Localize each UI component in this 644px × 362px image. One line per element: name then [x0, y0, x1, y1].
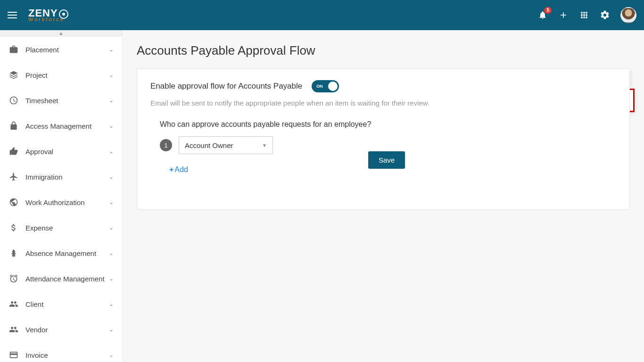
card-icon: [8, 350, 19, 360]
sidebar-item-placement[interactable]: Placement⌄: [0, 37, 122, 62]
chevron-down-icon: ⌄: [109, 123, 114, 129]
toggle-text: ON: [316, 84, 323, 89]
page-title: Accounts Payable Approval Flow: [137, 43, 630, 58]
select-value: Account Owner: [185, 141, 233, 149]
sidebar-item-attendance-management[interactable]: Attendance Management⌄: [0, 266, 122, 291]
sidebar-item-access-management[interactable]: Access Management⌄: [0, 113, 122, 139]
sidebar-item-label: Client: [25, 300, 109, 308]
chevron-down-icon: ⌄: [109, 250, 114, 256]
sidebar-item-label: Timesheet: [25, 97, 109, 105]
briefcase-icon: [8, 44, 19, 55]
notification-badge: 5: [544, 7, 552, 14]
enable-flow-label: Enable approval flow for Accounts Payabl…: [150, 82, 302, 91]
sidebar-item-project[interactable]: Project⌄: [0, 62, 122, 88]
apps-grid-icon: [579, 10, 589, 20]
toggle-knob: [328, 82, 338, 91]
step-number-badge: 1: [160, 139, 172, 151]
sidebar: ▲ Placement⌄Project⌄Timesheet⌄Access Man…: [0, 30, 123, 362]
sidebar-item-approval[interactable]: Approval⌄: [0, 139, 122, 164]
chevron-down-icon: ⌄: [109, 301, 114, 307]
clock-icon: [8, 95, 19, 106]
chevron-down-icon: ⌄: [109, 97, 114, 104]
sidebar-item-label: Attendance Management: [25, 275, 109, 283]
main-content: Accounts Payable Approval Flow ▼ Advance…: [123, 30, 644, 362]
approver-select[interactable]: Account Owner ▼: [179, 136, 273, 154]
chevron-down-icon: ⌄: [109, 148, 114, 155]
enable-flow-toggle[interactable]: ON: [312, 80, 339, 92]
thumbs-up-icon: [8, 146, 19, 156]
plus-icon: [559, 10, 568, 20]
chevron-down-icon: ⌄: [109, 326, 114, 333]
chevron-down-icon: ⌄: [109, 46, 114, 53]
chevron-down-icon: ⌄: [109, 352, 114, 358]
settings-button[interactable]: [600, 10, 610, 20]
add-approver-link[interactable]: + Add: [169, 165, 188, 174]
apps-button[interactable]: [579, 10, 589, 20]
add-label: Add: [174, 165, 188, 174]
lock-icon: [8, 121, 19, 131]
sidebar-item-immigration[interactable]: Immigration⌄: [0, 164, 122, 189]
chevron-down-icon: ⌄: [109, 199, 114, 206]
scroll-up-arrow[interactable]: ▲: [0, 30, 122, 37]
menu-toggle-button[interactable]: [8, 9, 19, 21]
sidebar-item-label: Invoice: [25, 351, 109, 359]
sidebar-item-work-authorization[interactable]: Work Authorization⌄: [0, 189, 122, 215]
sidebar-item-label: Project: [25, 71, 109, 79]
sidebar-item-label: Expense: [25, 224, 109, 232]
sidebar-item-label: Vendor: [25, 326, 109, 334]
save-button[interactable]: Save: [368, 151, 405, 169]
sidebar-item-label: Approval: [25, 148, 109, 156]
sidebar-item-timesheet[interactable]: Timesheet⌄: [0, 88, 122, 113]
sidebar-item-label: Access Management: [25, 122, 109, 130]
gear-icon: [600, 10, 610, 20]
sidebar-item-expense[interactable]: Expense⌄: [0, 215, 122, 240]
sidebar-item-label: Absence Management: [25, 249, 109, 257]
dollar-icon: [8, 222, 19, 233]
sidebar-item-label: Work Authorization: [25, 198, 109, 206]
tree-icon: [8, 248, 19, 258]
sidebar-item-label: Immigration: [25, 173, 109, 181]
app-logo: ZENY Workforce: [28, 8, 68, 22]
chevron-down-icon: ⌄: [109, 72, 114, 78]
chevron-down-icon: ⌄: [109, 173, 114, 180]
people-icon: [8, 299, 19, 309]
layers-icon: [8, 70, 19, 80]
sidebar-item-vendor[interactable]: Vendor⌄: [0, 317, 122, 342]
chevron-down-icon: ⌄: [109, 275, 114, 282]
plane-icon: [8, 172, 19, 182]
approval-flow-card: Enable approval flow for Accounts Payabl…: [137, 68, 630, 210]
sidebar-item-invoice[interactable]: Invoice⌄: [0, 342, 122, 362]
help-text: Email will be sent to notify the appropr…: [150, 99, 616, 107]
chevron-down-icon: ▼: [262, 143, 267, 148]
sidebar-item-absence-management[interactable]: Absence Management⌄: [0, 240, 122, 266]
logo-eye-icon: [59, 9, 68, 19]
approver-question: Who can approve accounts payable request…: [160, 120, 616, 129]
add-button[interactable]: [558, 10, 569, 20]
plus-icon: +: [169, 165, 173, 174]
globe-lock-icon: [8, 197, 19, 207]
user-avatar[interactable]: [620, 7, 636, 23]
people-icon: [8, 324, 19, 335]
sidebar-item-label: Placement: [25, 46, 109, 54]
notifications-button[interactable]: 5: [537, 10, 548, 20]
alarm-icon: [8, 273, 19, 284]
app-header: ZENY Workforce 5: [0, 0, 644, 30]
chevron-down-icon: ⌄: [109, 224, 114, 231]
sidebar-item-client[interactable]: Client⌄: [0, 291, 122, 317]
